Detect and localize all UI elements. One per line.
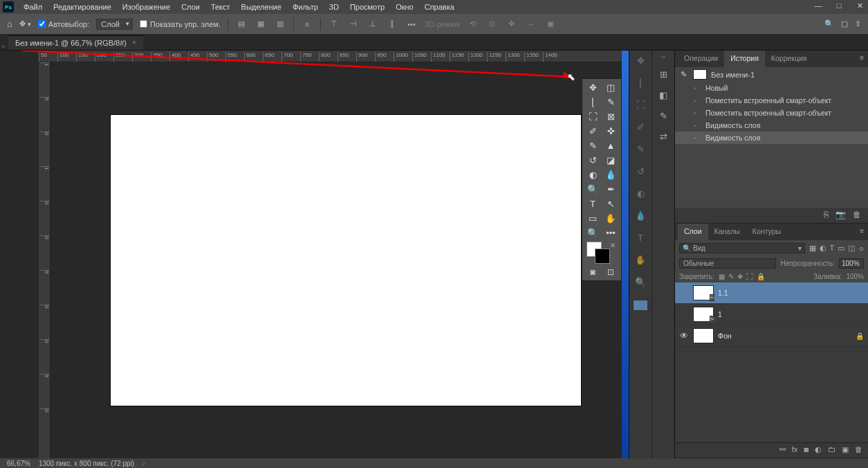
move-tool-icon[interactable]: ✥: [584, 80, 602, 95]
hand-icon[interactable]: ✋: [634, 253, 647, 267]
ruler-horizontal[interactable]: 5010015020025030035040045050055060065070…: [39, 51, 622, 62]
heal-tool-icon[interactable]: ✜: [602, 124, 620, 138]
layer-name[interactable]: Фон: [718, 332, 732, 340]
ruler-vertical[interactable]: 15010050050: [39, 62, 50, 458]
layer-row[interactable]: 1.1: [675, 282, 868, 304]
align-right-icon[interactable]: ▥: [274, 18, 286, 30]
pen-tool-icon[interactable]: ✒: [602, 182, 620, 197]
workspace-icon[interactable]: ▢: [841, 19, 848, 28]
close-tab-icon[interactable]: ×: [132, 39, 136, 47]
lasso-tool-icon[interactable]: ɭ: [584, 95, 602, 109]
filter-toggle[interactable]: ○: [859, 244, 864, 253]
layer-name[interactable]: 1.1: [718, 289, 728, 297]
lock-position-icon[interactable]: ✥: [737, 273, 743, 280]
brushes-panel-icon[interactable]: ✎: [656, 109, 670, 123]
menu-3d[interactable]: 3D: [324, 1, 344, 13]
history-item[interactable]: ▫Видимость слоя: [675, 119, 868, 132]
menu-layers[interactable]: Слои: [176, 1, 205, 13]
swap-colors-icon[interactable]: ⤭: [610, 242, 616, 249]
shape-tool-icon[interactable]: ▭: [584, 211, 602, 226]
history-item[interactable]: ▫Новый: [675, 82, 868, 94]
menu-help[interactable]: Справка: [419, 1, 460, 13]
layer-name[interactable]: 1: [718, 310, 722, 318]
align-middle-icon[interactable]: ⊣: [347, 18, 360, 30]
history-item[interactable]: ▫Поместить встроенный смарт-объект: [675, 107, 868, 119]
layer-thumb[interactable]: [693, 307, 714, 322]
move-icon[interactable]: ✥: [634, 53, 647, 67]
snapshot-icon[interactable]: 📷: [835, 210, 846, 221]
path-select-tool-icon[interactable]: ↖: [602, 197, 620, 211]
dock-flyout-icon[interactable]: ‹‹: [661, 53, 665, 60]
frame-tool-icon[interactable]: ⊠: [602, 109, 620, 124]
eyedropper-tool-icon[interactable]: ✐: [584, 124, 602, 138]
lock-artboard-icon[interactable]: ⛶: [746, 273, 753, 280]
document-tab[interactable]: Без имени-1 @ 66,7% (RGB/8#) ×: [8, 35, 143, 50]
mask-icon[interactable]: ◙: [804, 445, 809, 456]
brush-tool-icon[interactable]: ✎: [584, 138, 602, 153]
tool-palette[interactable]: ✥ ◫ ɭ ✎ ⛶ ⊠ ✐ ✜ ✎ ▲ ↺ ◪ ◐ 💧 🔍 ✒ T ↖ ▭ ✋ …: [582, 78, 622, 281]
menu-text[interactable]: Текст: [205, 1, 236, 13]
layer-filter-dropdown[interactable]: 🔍Вид▾: [679, 243, 805, 253]
left-flyout-icon[interactable]: ‹‹: [1, 43, 6, 50]
quick-select-tool-icon[interactable]: ✎: [602, 95, 620, 109]
link-layers-icon[interactable]: ⚯: [779, 445, 786, 456]
align-left-icon[interactable]: ▤: [235, 18, 248, 30]
menu-edit[interactable]: Редактирование: [48, 1, 117, 13]
history-brush-icon[interactable]: ↺: [634, 164, 647, 178]
dodge-tool-icon[interactable]: 🔍: [584, 182, 602, 197]
status-flyout-icon[interactable]: ›: [142, 460, 145, 467]
crop-tool-icon[interactable]: ⛶: [584, 109, 602, 124]
screen-mode-icon[interactable]: ⊡: [602, 265, 620, 279]
fill-value[interactable]: 100%: [846, 273, 864, 280]
align-bottom-icon[interactable]: ⊥: [367, 18, 379, 30]
lasso-icon[interactable]: ɭ: [634, 75, 647, 89]
tab-paths[interactable]: Контуры: [746, 224, 787, 240]
swatches-panel-icon[interactable]: ⇄: [656, 129, 670, 143]
crop-icon[interactable]: ⛶: [634, 98, 647, 111]
filter-type-icon[interactable]: T: [830, 244, 835, 253]
align-top-icon[interactable]: ⊤: [328, 18, 340, 30]
search-icon[interactable]: 🔍: [824, 19, 834, 28]
layer-row[interactable]: 👁 Фон 🔒: [675, 325, 868, 347]
tab-history[interactable]: История: [724, 51, 765, 67]
close-button[interactable]: ✕: [854, 1, 865, 10]
opacity-value[interactable]: 100%: [839, 258, 864, 269]
properties-panel-icon[interactable]: ⊞: [656, 67, 670, 81]
stamp-tool-icon[interactable]: ▲: [602, 138, 620, 153]
3d-slide-icon[interactable]: ↔: [525, 18, 537, 30]
tab-layers[interactable]: Слои: [678, 224, 708, 240]
hand-tool-icon[interactable]: ✋: [602, 211, 620, 226]
more-icon[interactable]: •••: [405, 18, 418, 30]
layer-row[interactable]: 1: [675, 304, 868, 325]
create-doc-icon[interactable]: ⎘: [824, 210, 829, 221]
align-center-h-icon[interactable]: ▦: [255, 18, 267, 30]
autoselect-checkbox[interactable]: Автовыбор:: [38, 20, 89, 28]
scroll-gutter[interactable]: [622, 51, 629, 458]
trash-icon[interactable]: 🗑: [853, 210, 861, 221]
lock-transparency-icon[interactable]: ▦: [719, 273, 725, 280]
filter-shape-icon[interactable]: ▭: [838, 244, 844, 253]
lock-pixels-icon[interactable]: ✎: [728, 273, 734, 280]
share-icon[interactable]: ⇧: [855, 19, 861, 28]
adjustment-layer-icon[interactable]: ◐: [815, 445, 822, 456]
menu-file[interactable]: Файл: [18, 1, 48, 13]
tab-adjustments[interactable]: Коррекция: [765, 51, 813, 67]
history-item[interactable]: ▫Видимость слоя: [675, 132, 868, 144]
color-swatch[interactable]: ⤭: [584, 242, 620, 265]
show-controls-checkbox[interactable]: Показать упр. элем.: [140, 20, 221, 28]
blend-mode-dropdown[interactable]: Обычные: [679, 258, 776, 269]
tab-actions[interactable]: Операции: [678, 51, 724, 67]
history-brush-tool-icon[interactable]: ↺: [584, 153, 602, 168]
brush-icon[interactable]: ✎: [634, 142, 647, 156]
type-tool-icon[interactable]: T: [584, 197, 602, 211]
quick-mask-icon[interactable]: ◙: [584, 265, 602, 279]
3d-orbit-icon[interactable]: ⟲: [467, 18, 479, 30]
filter-adjust-icon[interactable]: ◐: [820, 244, 827, 253]
panel-menu-icon[interactable]: ≡: [856, 224, 868, 240]
autoselect-target-dropdown[interactable]: Слой: [96, 19, 133, 30]
visibility-toggle[interactable]: 👁: [679, 331, 689, 341]
type-icon[interactable]: T: [634, 231, 647, 244]
gradient-tool-icon[interactable]: ◐: [584, 168, 602, 182]
3d-zoom-icon[interactable]: ▣: [544, 18, 557, 30]
gradient-icon[interactable]: ◐: [634, 186, 647, 200]
